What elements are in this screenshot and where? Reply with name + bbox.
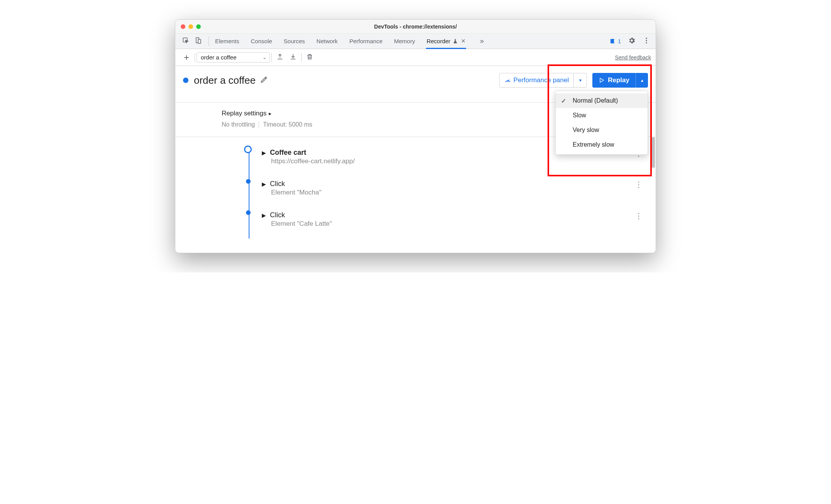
replay-speed-dropdown[interactable]: ▴ xyxy=(636,73,648,88)
replay-speed-option-slow[interactable]: Slow xyxy=(556,108,648,123)
performance-panel-dropdown[interactable]: ▾ xyxy=(573,73,587,87)
import-icon[interactable] xyxy=(287,53,300,62)
replay-speed-option-extremely-slow[interactable]: Extremely slow xyxy=(556,137,648,152)
step-menu-icon[interactable]: ⋮ xyxy=(635,180,643,189)
tab-elements[interactable]: Elements xyxy=(214,34,240,48)
device-toolbar-icon[interactable] xyxy=(195,37,202,46)
recording-title: order a coffee xyxy=(194,74,256,86)
step-subtitle: https://coffee-cart.netlify.app/ xyxy=(271,157,646,165)
step-subtitle: Element "Cafe Latte" xyxy=(271,220,646,228)
svg-rect-2 xyxy=(198,39,201,44)
replay-speed-menu: Normal (Default) Slow Very slow Extremel… xyxy=(555,91,648,155)
send-feedback-link[interactable]: Send feedback xyxy=(615,54,651,61)
close-tab-icon[interactable]: × xyxy=(461,37,465,45)
throttling-value: No throttling xyxy=(222,121,255,128)
delete-icon[interactable] xyxy=(303,53,316,62)
step-subtitle: Element "Mocha" xyxy=(271,189,646,196)
status-dot xyxy=(183,78,188,83)
issues-button[interactable]: 1 xyxy=(609,38,621,45)
more-tabs-icon[interactable]: » xyxy=(476,37,488,45)
recording-header: order a coffee Performance panel ▾ Repla… xyxy=(175,66,656,103)
kebab-menu-icon[interactable] xyxy=(643,37,650,46)
step-marker xyxy=(246,179,251,184)
window-titlebar: DevTools - chrome://extensions/ xyxy=(175,20,656,34)
chevron-right-icon: ▶ xyxy=(262,181,266,187)
step-item[interactable]: ▶Click Element "Cafe Latte" ⋮ xyxy=(245,207,646,238)
svg-point-6 xyxy=(507,80,508,81)
svg-point-4 xyxy=(646,40,647,41)
recorder-toolbar: + order a coffee ⌄ Send feedback xyxy=(175,49,656,66)
issues-count: 1 xyxy=(618,38,621,44)
recording-selector[interactable]: order a coffee ⌄ xyxy=(197,52,270,63)
step-item[interactable]: ▶Click Element "Mocha" ⋮ xyxy=(245,176,646,207)
step-menu-icon[interactable]: ⋮ xyxy=(635,211,643,220)
settings-icon[interactable] xyxy=(628,37,636,46)
edit-title-icon[interactable] xyxy=(260,76,268,85)
replay-speed-option-normal[interactable]: Normal (Default) xyxy=(556,93,648,108)
chevron-right-icon: ▶ xyxy=(262,150,266,156)
new-recording-button[interactable]: + xyxy=(180,52,193,63)
tab-network[interactable]: Network xyxy=(316,34,339,48)
replay-button[interactable]: Replay xyxy=(592,73,636,88)
svg-point-5 xyxy=(646,42,647,43)
performance-panel-button[interactable]: Performance panel xyxy=(500,73,574,87)
chevron-right-icon: ▸ xyxy=(269,110,271,117)
experiment-icon xyxy=(453,39,458,44)
timeout-value: Timeout: 5000 ms xyxy=(263,121,312,128)
tab-memory[interactable]: Memory xyxy=(393,34,416,48)
replay-speed-option-very-slow[interactable]: Very slow xyxy=(556,123,648,137)
step-marker xyxy=(246,210,251,215)
export-icon[interactable] xyxy=(273,53,287,62)
svg-point-3 xyxy=(646,37,647,39)
window-title: DevTools - chrome://extensions/ xyxy=(175,24,656,30)
tab-performance[interactable]: Performance xyxy=(349,34,383,48)
inspect-element-icon[interactable] xyxy=(182,37,189,46)
step-marker xyxy=(244,145,252,153)
tab-recorder[interactable]: Recorder × xyxy=(426,33,466,49)
devtools-tabstrip: Elements Console Sources Network Perform… xyxy=(175,34,656,49)
chevron-down-icon: ⌄ xyxy=(263,55,266,60)
tab-sources[interactable]: Sources xyxy=(283,34,306,48)
svg-marker-7 xyxy=(600,78,604,83)
tab-console[interactable]: Console xyxy=(250,34,273,48)
chevron-right-icon: ▶ xyxy=(262,212,266,218)
